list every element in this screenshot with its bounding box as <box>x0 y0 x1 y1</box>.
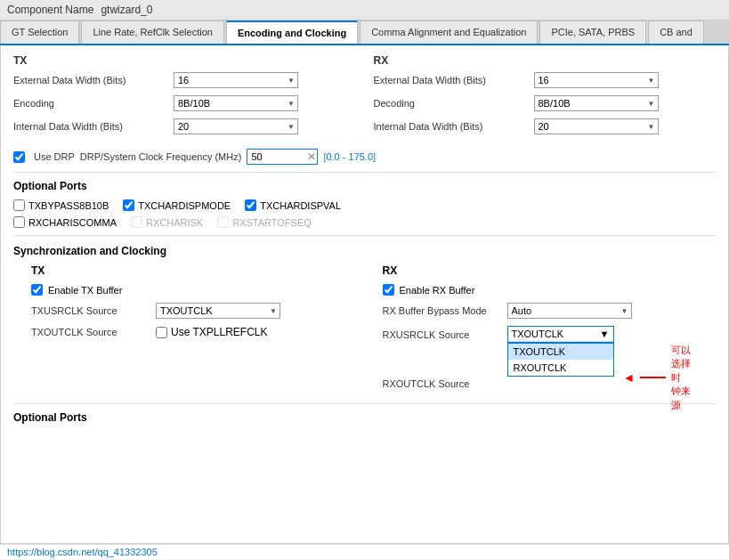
cb-txchardispval-input[interactable] <box>245 199 256 211</box>
tx-encoding-label: Encoding <box>13 98 174 109</box>
rx-int-data-width-row: Internal Data Width (Bits) 20 <box>374 118 717 134</box>
rx-int-data-width-select[interactable]: 20 <box>534 118 659 134</box>
sync-rx-label: RX <box>365 264 717 277</box>
tab-cb-and[interactable]: CB and <box>648 20 704 44</box>
rx-ext-data-width-select[interactable]: 16 <box>534 72 659 88</box>
cb-txbypass8b10b-label: TXBYPASS8B10B <box>28 200 109 211</box>
tx-int-data-width-select[interactable]: 20 <box>174 118 298 134</box>
component-name-label: Component Name <box>7 4 93 16</box>
rx-buffer-bypass-select[interactable]: Auto <box>507 303 632 319</box>
tab-gt-selection[interactable]: GT Selection <box>0 20 79 44</box>
txusrclk-source-select-wrapper: TXOUTCLK <box>156 303 280 319</box>
txoutclk-source-row: TXOUTCLK Source Use TXPLLREFCLK <box>13 326 365 338</box>
cb-txchardispval: TXCHARDISPVAL <box>245 199 341 211</box>
tx-int-data-width-select-wrapper: 20 <box>174 118 298 134</box>
use-drp-label: Use DRP <box>34 151 75 162</box>
tx-int-data-width-row: Internal Data Width (Bits) 20 <box>13 118 356 134</box>
rx-label: RX <box>374 54 717 69</box>
rxusrclk-dropdown[interactable]: TXOUTCLK ▼ TXOUTCLK RXOUTCLK <box>507 326 614 343</box>
rx-column: RX External Data Width (Bits) 16 Decodin… <box>365 54 717 142</box>
drp-freq-label: DRP/System Clock Frequency (MHz) <box>80 151 242 162</box>
tx-ext-data-width-select[interactable]: 16 <box>174 72 298 88</box>
tab-comma-alignment[interactable]: Comma Alignment and Equalization <box>360 20 538 44</box>
tx-column: TX External Data Width (Bits) 16 Encodin… <box>13 54 365 142</box>
sync-section: Synchronization and Clocking TX Enable T… <box>13 245 716 396</box>
tx-ext-data-width-label: External Data Width (Bits) <box>13 75 174 85</box>
drp-row: Use DRP DRP/System Clock Frequency (MHz)… <box>13 149 716 165</box>
sync-tx-col: TX Enable TX Buffer TXUSRCLK Source TXOU… <box>13 264 365 396</box>
main-content: TX External Data Width (Bits) 16 Encodin… <box>0 45 729 544</box>
rxusrclk-option-txoutclk[interactable]: TXOUTCLK <box>508 344 613 360</box>
rx-ext-data-width-row: External Data Width (Bits) 16 <box>374 72 717 88</box>
optional-ports-section: Optional Ports TXBYPASS8B10B TXCHARDISPM… <box>13 180 716 228</box>
arrow-line <box>640 377 666 378</box>
tx-ext-data-width-select-wrapper: 16 <box>174 72 298 88</box>
rx-decoding-label: Decoding <box>374 98 534 109</box>
tabs-bar: GT Selection Line Rate, RefClk Selection… <box>0 20 729 45</box>
cb-rxstartofseq-label: RXSTARTOFSEQ <box>232 217 312 228</box>
use-txpllrefclk-checkbox[interactable] <box>156 327 167 338</box>
url-text: https://blog.csdn.net/qq_41332305 <box>7 547 158 557</box>
rxusrclk-source-label: RXUSRCLK Source <box>383 329 507 340</box>
enable-rx-buffer-checkbox[interactable] <box>383 284 394 296</box>
rx-decoding-select-wrapper: 8B/10B <box>534 95 659 111</box>
optional-ports-title: Optional Ports <box>13 180 716 192</box>
tab-pcie-sata[interactable]: PCIe, SATA, PRBS <box>539 20 646 44</box>
sync-title: Synchronization and Clocking <box>13 245 716 257</box>
rx-int-data-width-label: Internal Data Width (Bits) <box>374 121 534 132</box>
sync-rx-col: RX Enable RX Buffer RX Buffer Bypass Mod… <box>365 264 717 396</box>
optional-ports-bottom: Optional Ports <box>13 411 716 424</box>
cb-rxstartofseq-input[interactable] <box>217 216 229 228</box>
rxusrclk-dropdown-header[interactable]: TXOUTCLK ▼ <box>508 327 613 342</box>
sync-two-col: TX Enable TX Buffer TXUSRCLK Source TXOU… <box>13 264 716 396</box>
optional-ports-row-2: RXCHARISCOMMA RXCHARISK RXSTARTOFSEQ <box>13 216 716 228</box>
tx-encoding-select[interactable]: 8B/10B <box>174 95 298 111</box>
optional-ports-bottom-title: Optional Ports <box>13 411 716 424</box>
txoutclk-source-label: TXOUTCLK Source <box>31 327 156 337</box>
rx-decoding-row: Decoding 8B/10B <box>374 95 717 111</box>
rxusrclk-dropdown-value: TXOUTCLK <box>512 329 564 339</box>
rx-ext-data-width-select-wrapper: 16 <box>534 72 659 88</box>
cb-rxchariscomma: RXCHARISCOMMA <box>13 216 117 228</box>
cb-txbypass8b10b: TXBYPASS8B10B <box>13 199 109 211</box>
rx-decoding-select[interactable]: 8B/10B <box>534 95 659 111</box>
cb-txchardispmode: TXCHARDISPMODE <box>123 199 231 211</box>
drp-range-label: [0.0 - 175.0] <box>323 151 376 162</box>
rx-int-data-width-select-wrapper: 20 <box>534 118 659 134</box>
enable-tx-buffer-label: Enable TX Buffer <box>48 285 122 296</box>
tab-line-rate[interactable]: Line Rate, RefClk Selection <box>81 20 224 44</box>
tx-rx-section: TX External Data Width (Bits) 16 Encodin… <box>13 54 716 142</box>
rxusrclk-dropdown-arrow: ▼ <box>600 329 610 339</box>
txoutclk-source-check-wrapper: Use TXPLLREFCLK <box>156 326 268 338</box>
cb-rxcharisk-input[interactable] <box>131 216 142 228</box>
rx-ext-data-width-label: External Data Width (Bits) <box>374 75 534 85</box>
enable-tx-buffer-row: Enable TX Buffer <box>13 284 365 296</box>
use-txpllrefclk-label: Use TXPLLREFCLK <box>171 326 268 338</box>
drp-clear-icon[interactable]: ✕ <box>307 150 316 163</box>
tab-encoding-clocking[interactable]: Encoding and Clocking <box>226 20 358 45</box>
enable-rx-buffer-row: Enable RX Buffer <box>365 284 717 296</box>
cb-txchardispmode-input[interactable] <box>123 199 134 211</box>
rxusrclk-source-row: RXUSRCLK Source TXOUTCLK ▼ TXOUTCLK RXOU… <box>365 326 717 343</box>
arrow-left-icon: ◄ <box>623 370 636 385</box>
txusrclk-source-label: TXUSRCLK Source <box>31 305 156 316</box>
cb-txbypass8b10b-input[interactable] <box>13 199 25 211</box>
rxoutclk-source-label: RXOUTCLK Source <box>383 378 507 389</box>
enable-tx-buffer-checkbox[interactable] <box>31 284 43 296</box>
annotation-wrapper: ◄ 可以选择时钟来源 <box>623 344 701 412</box>
tx-int-data-width-label: Internal Data Width (Bits) <box>13 121 174 132</box>
rxusrclk-dropdown-container: TXOUTCLK ▼ TXOUTCLK RXOUTCLK ◄ <box>507 326 614 343</box>
use-drp-checkbox[interactable] <box>13 151 25 163</box>
rx-buffer-bypass-select-wrapper: Auto <box>507 303 632 319</box>
component-name-value: gtwizard_0 <box>101 4 152 16</box>
tx-encoding-row: Encoding 8B/10B <box>13 95 356 111</box>
rxusrclk-dropdown-list: TXOUTCLK RXOUTCLK <box>507 343 614 377</box>
txusrclk-source-select[interactable]: TXOUTCLK <box>156 303 280 319</box>
cb-rxcharisk: RXCHARISK <box>131 216 203 228</box>
txusrclk-source-row: TXUSRCLK Source TXOUTCLK <box>13 303 365 319</box>
rxusrclk-option-rxoutclk[interactable]: RXOUTCLK <box>508 360 613 376</box>
tx-encoding-select-wrapper: 8B/10B <box>174 95 298 111</box>
component-name-bar: Component Name gtwizard_0 <box>0 0 729 20</box>
cb-rxchariscomma-input[interactable] <box>13 216 25 228</box>
rx-buffer-bypass-row: RX Buffer Bypass Mode Auto <box>365 303 717 319</box>
